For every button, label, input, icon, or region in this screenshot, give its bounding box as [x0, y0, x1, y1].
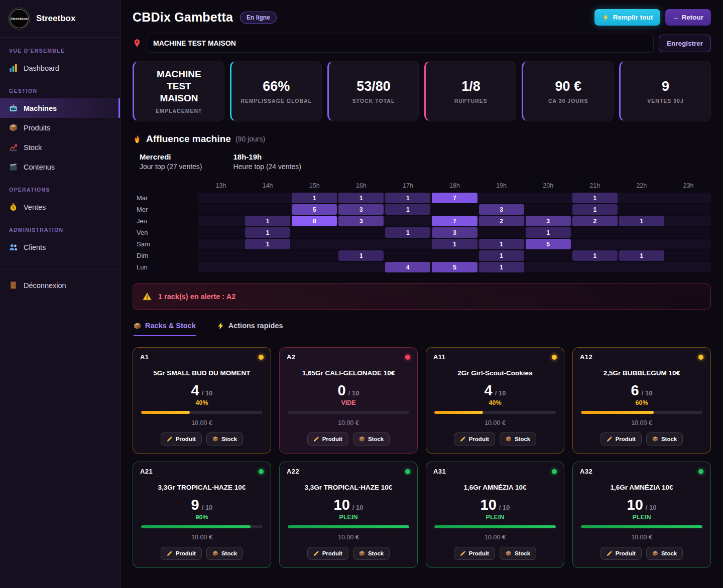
heatmap-cell: [245, 204, 290, 215]
rack-fill-label: PLEIN: [287, 514, 410, 521]
rack-stock-button[interactable]: Stock: [353, 547, 390, 560]
heatmap-day-label: Mer: [133, 204, 197, 215]
stat-label: CA 30 JOURS: [548, 98, 588, 104]
box-icon: [506, 550, 512, 556]
heatmap-row-lun: Lun451: [133, 262, 711, 272]
sidebar-item-ventes[interactable]: Ventes: [0, 197, 120, 217]
pencil-icon: [313, 550, 319, 556]
rack-stock-button[interactable]: Stock: [206, 432, 243, 446]
pin-icon: [133, 39, 142, 48]
rack-fill-label: VIDE: [287, 399, 410, 406]
rack-product-button[interactable]: Produit: [307, 547, 348, 560]
sidebar-item-dashboard[interactable]: Dashboard: [0, 58, 120, 78]
pencil-icon: [313, 436, 319, 442]
rack-stock-button[interactable]: Stock: [500, 547, 536, 560]
rack-id: A11: [433, 353, 445, 361]
heatmap-cell: [198, 239, 244, 249]
stat-value: MACHINE TEST MAISON: [149, 68, 209, 104]
top-hour-value: 18h-19h: [233, 153, 301, 161]
heatmap-cell: [385, 239, 430, 249]
sidebar-item-produits[interactable]: Produits: [0, 118, 120, 137]
heatmap-cell: [198, 227, 244, 238]
heatmap-cell: 1: [479, 250, 524, 261]
heatmap-hour-label: 19h: [479, 180, 524, 192]
sidebar-divider: [0, 269, 120, 269]
rack-quantity: 0/ 10: [287, 382, 410, 399]
box-icon: [212, 436, 218, 442]
sidebar-item-machines[interactable]: Machines: [0, 98, 120, 118]
rack-id: A32: [580, 468, 592, 475]
rack-progress-bar: [141, 525, 263, 528]
sidebar-item-stock[interactable]: Stock: [0, 137, 120, 157]
heatmap-cell: 2: [479, 216, 524, 226]
rack-id: A22: [287, 468, 299, 475]
fill-all-button[interactable]: Remplir tout: [594, 9, 661, 26]
heatmap-cell: 1: [572, 250, 618, 261]
heatmap-cell: 1: [245, 227, 290, 238]
heatmap-cell: 1: [385, 193, 430, 203]
pencil-icon: [607, 550, 613, 556]
heatmap-cell: [198, 204, 244, 215]
rack-stock-button[interactable]: Stock: [353, 432, 390, 446]
heatmap-cell: [666, 262, 711, 272]
rack-product-button[interactable]: Produit: [161, 432, 202, 446]
rack-product-button[interactable]: Produit: [307, 432, 348, 446]
rack-product-name: 1,6Gr AMNÉZIA 10€: [433, 484, 557, 491]
sidebar-item-label: Produits: [24, 124, 50, 132]
back-button[interactable]: ← Retour: [665, 9, 711, 26]
sidebar-item-label: Déconnexion: [24, 281, 66, 289]
tab-racks-stock[interactable]: Racks & Stock: [134, 322, 196, 336]
heatmap-day-label: Ven: [133, 227, 197, 238]
heatmap-row-mer: Mer53131: [133, 204, 711, 215]
stat-label: REMPLISSAGE GLOBAL: [240, 98, 312, 104]
sidebar-item-deconnexion[interactable]: Déconnexion: [0, 275, 120, 295]
stat-value: 1/8: [461, 79, 480, 94]
save-button[interactable]: Enregistrer: [659, 35, 711, 52]
rack-status-dot: [698, 355, 703, 360]
rack-fill-label: 90%: [140, 514, 264, 521]
rack-product-button[interactable]: Produit: [454, 547, 495, 560]
rack-product-name: 2,5Gr BUBBLEGUM 10€: [580, 369, 703, 377]
stat-label: RUPTURES: [454, 98, 488, 104]
heatmap-hour-label: 13h: [198, 180, 244, 192]
heatmap-cell: [666, 239, 711, 249]
tabs-bar: Racks & StockActions rapides: [133, 322, 711, 336]
lightning-icon: [217, 322, 224, 330]
heatmap-row-mar: Mar11171: [133, 193, 711, 203]
heatmap-cell: [245, 250, 290, 261]
pencil-icon: [460, 550, 466, 556]
sidebar-item-contenus[interactable]: Contenus: [0, 157, 120, 177]
heatmap-cell: [619, 262, 664, 272]
heatmap-corner: [133, 180, 197, 192]
rack-stock-button[interactable]: Stock: [646, 547, 683, 560]
rack-price: 10.00 €: [140, 419, 264, 426]
heatmap-cell: [666, 227, 711, 238]
heatmap-row-sam: Sam1115: [133, 239, 711, 249]
rack-product-button[interactable]: Produit: [161, 547, 202, 560]
heatmap-hour-label: 23h: [666, 180, 711, 192]
stats-row: MACHINE TEST MAISONEMPLACEMENT66%REMPLIS…: [133, 61, 711, 121]
top-hour-stat: 18h-19h Heure top (24 ventes): [233, 153, 301, 171]
heatmap-cell: 3: [479, 204, 524, 215]
rack-id: A21: [140, 468, 153, 475]
heatmap-header-row: 13h14h15h16h17h18h19h20h21h22h23h: [133, 180, 711, 192]
rack-product-button[interactable]: Produit: [454, 432, 495, 446]
heatmap-cell: 1: [526, 227, 571, 238]
rack-stock-button[interactable]: Stock: [646, 432, 683, 446]
rack-stock-button[interactable]: Stock: [206, 547, 243, 560]
tab-actions-rapides[interactable]: Actions rapides: [217, 322, 283, 336]
heatmap-cell: [572, 239, 618, 249]
rack-stock-button[interactable]: Stock: [500, 432, 536, 446]
sidebar-item-clients[interactable]: Clients: [0, 237, 120, 257]
rack-product-button[interactable]: Produit: [600, 547, 642, 560]
rack-progress-bar: [581, 411, 702, 414]
rack-product-button[interactable]: Produit: [600, 432, 642, 446]
rack-progress-bar: [434, 411, 556, 414]
heatmap-hour-label: 20h: [526, 180, 571, 192]
heatmap-cell: [479, 193, 524, 203]
heatmap-hour-label: 21h: [572, 180, 618, 192]
heatmap-cell: 5: [292, 204, 337, 215]
location-input[interactable]: [147, 34, 654, 53]
heatmap-cell: 8: [292, 216, 337, 226]
stat-value: 90 €: [555, 79, 581, 94]
